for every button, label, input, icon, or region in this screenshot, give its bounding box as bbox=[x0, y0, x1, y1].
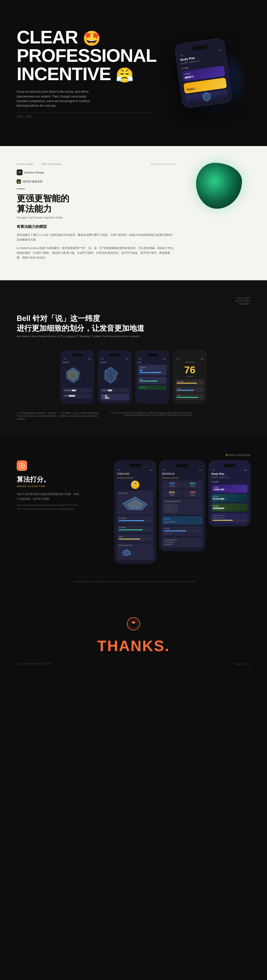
phone-card-small-2: 流利度 ██████░ bbox=[63, 394, 92, 398]
progress-bar-4 bbox=[177, 390, 203, 391]
algo-heading-zh: 算法打分。 bbox=[17, 475, 79, 484]
report-card-3: 发音准确率 bbox=[117, 525, 153, 533]
algo-top-meta: Algorithm Speaking App bbox=[17, 454, 250, 456]
interface-body-1: 流利说建立了属于 LLiX 统一的英语能力评估体系，覆盖各免费付费学习场景，为用… bbox=[17, 232, 175, 242]
footer-right: Design By_LiRea bbox=[234, 663, 250, 665]
score-section-label: 发音综合评分 bbox=[175, 361, 204, 363]
phone-item-1: 当前得分 85 bbox=[138, 365, 167, 375]
phone-notch-4 bbox=[184, 353, 195, 356]
algo-icon bbox=[17, 460, 27, 471]
prog-3 bbox=[119, 539, 152, 539]
prog-fill-2 bbox=[119, 530, 143, 530]
interface-heading-zh: 更强更智能的算法能力 bbox=[17, 193, 175, 214]
studyplan-status: 9:41 ●●● bbox=[211, 469, 248, 471]
hero-right: 9:41 ●●● Study Plan 进行课程 · 继续学习7天 今日课程 口… bbox=[156, 41, 250, 106]
svg-marker-25 bbox=[123, 549, 130, 556]
bell-heading-en: Bell Makes A More Detailed Division Of T… bbox=[17, 335, 250, 338]
meta-bells-page: Bell's Page Display bbox=[42, 163, 61, 165]
analysis-header: 测试结果分析 bbox=[162, 473, 203, 476]
algo-body-zh: 无处不在的算法助力能提清晰直观的能力纬度，有助于后续推课、提升学习效果 bbox=[17, 492, 79, 501]
bell-heading: Bell 针对「说」这一纬度进行更加细致的划分，让发音更加地道 bbox=[17, 313, 250, 333]
report-radar bbox=[119, 495, 152, 512]
thanks-text: THANKS. bbox=[97, 637, 170, 654]
interface-body-2: 以 Skills/Functions/技能 为基础建立一套用来衡量用户"听"、说… bbox=[17, 246, 175, 260]
report-phone-notch bbox=[129, 464, 141, 467]
thanks-footer: 2020 LLiX ©RESERVES ALL RIGHTS Design By… bbox=[17, 663, 250, 665]
stat-4: 72% 韵律感 bbox=[183, 489, 203, 497]
algo-note: * 以下界面不显示详情，更多界面下载即可下载 App Only Some Of … bbox=[17, 576, 250, 583]
study-prog-fill bbox=[213, 520, 233, 521]
phone-card-small-1: 发音准确率 ████░ bbox=[63, 388, 92, 393]
meta-algo-app: Algorithm Speaking App bbox=[151, 163, 175, 165]
phone-item-3: ▲ 继续学习 bbox=[138, 385, 167, 390]
hero-title-line1: CLEAR bbox=[17, 27, 78, 48]
hero-year: 2019 – 2020 bbox=[17, 112, 156, 118]
study-card-1: 口语课程 口语能力课程 → bbox=[211, 485, 248, 493]
algo-heading-en: GRADE ALGORITHM bbox=[17, 485, 79, 487]
hero-left: CLEAR 🤩 PROFESSIONAL INCENTIVE 😤 Focus o… bbox=[17, 28, 156, 118]
phone-bottom-2: 综合能力 ████░ 发音 ██░ 流利 ████░ bbox=[100, 388, 129, 400]
prog-fill-1 bbox=[119, 520, 145, 521]
brand-label: 流利说*地道发音 bbox=[22, 180, 43, 183]
report-header: 发音能力报告 bbox=[117, 473, 153, 476]
bell-phone-2: 9:41 ●●● 发音能力 综合能力 ████░ 发音 ██░ 流利 ███ bbox=[98, 350, 132, 403]
phone-notch bbox=[191, 44, 208, 51]
algo-left: 算法打分。 GRADE ALGORITHM 无处不在的算法助力能提清晰直观的能力… bbox=[17, 460, 79, 511]
hero-phone: 9:41 ●●● Study Plan 进行课程 · 继续学习7天 今日课程 口… bbox=[174, 37, 233, 108]
study-plan-title: Study Plan bbox=[211, 473, 248, 476]
svg-marker-15 bbox=[105, 367, 118, 383]
analysis-recommend: 推荐课程 口语发音专项训练 → bbox=[162, 516, 203, 525]
hero-emoji-1: 🤩 bbox=[83, 30, 100, 46]
phone-notch-1 bbox=[72, 353, 83, 356]
hero-section: CLEAR 🤩 PROFESSIONAL INCENTIVE 😤 Focus o… bbox=[0, 0, 267, 146]
phone-bottom-1: 发音准确率 ████░ 流利度 ██████░ bbox=[63, 388, 92, 398]
radar-chart-2 bbox=[100, 365, 121, 386]
phone-card-small-3: 综合能力 ████░ bbox=[100, 388, 129, 393]
bell-note-right: ① How To Transcribe The Annotation Can W… bbox=[108, 412, 192, 420]
phone-notch-2 bbox=[110, 353, 120, 356]
bell-meta: 流利说*地道发音 Bell 发音引擎更新 地道发音标准 bbox=[17, 297, 250, 305]
report-status: 9:41 ●●● bbox=[117, 469, 153, 471]
status-bar-4: 9:41 ●●● bbox=[175, 358, 204, 360]
interface-heading-en: Stronger And Smarter Algorithm Ability bbox=[17, 216, 175, 219]
prog-2 bbox=[119, 530, 152, 530]
app-badge: Algorithm Speaking App bbox=[226, 454, 250, 456]
analysis-status: 9:41 ●●● bbox=[162, 469, 203, 471]
study-plan-sub: 进行课程 · 继续学习7天 bbox=[211, 476, 248, 479]
hero-title-line2: PROFESSIONAL bbox=[17, 45, 156, 66]
report-card-1: 发音能力总览 bbox=[117, 491, 153, 514]
bell-phone-4: 9:41 ●●● 发音综合评分 76 综合得分 发音准确率 流利度 完整度 bbox=[173, 350, 207, 403]
report-card-2: 练习完成度 bbox=[117, 515, 153, 523]
analysis-prog-fill bbox=[164, 530, 186, 531]
study-note: 当日目标完成 60% 继续加油！坚持学习 bbox=[211, 513, 248, 523]
algo-note-zh: * 以下界面不显示详情，更多界面下载即可下载 App Only Some Of … bbox=[17, 581, 250, 583]
progress-fill-2 bbox=[140, 381, 157, 382]
progress-fill-1 bbox=[140, 372, 161, 373]
progress-fill-4 bbox=[177, 390, 194, 391]
algo-body-en: Clear And Intuitive Ability Landscape It… bbox=[17, 503, 79, 512]
status-bar-2: 9:41 ●●● bbox=[100, 358, 129, 360]
interface-divider bbox=[17, 189, 25, 189]
progress-bar-3 bbox=[177, 383, 203, 383]
analysis-prog bbox=[164, 530, 201, 531]
report-card-4: 流利度 bbox=[117, 534, 153, 542]
interface-right bbox=[188, 163, 250, 209]
algo-phone-report: 9:41 ●●● 发音能力报告 CONGRATULATIONS 🏅 发音能力总览 bbox=[114, 460, 156, 563]
score-detail-1: 发音准确率 bbox=[175, 379, 204, 386]
analysis-congrats: CONGRATULATIONS bbox=[162, 477, 203, 479]
interface-body-title: 有算法能力的模型 bbox=[17, 224, 175, 229]
hero-title: CLEAR 🤩 PROFESSIONAL INCENTIVE 😤 bbox=[17, 28, 156, 83]
study-today-label: 今日课程 bbox=[211, 480, 248, 483]
interface-left: Interface Design Bell's Page Display Alg… bbox=[17, 163, 175, 264]
green-orb-visual bbox=[196, 163, 242, 209]
phone-radar-mini bbox=[200, 89, 214, 104]
app-badge-text: Algorithm Speaking App bbox=[228, 454, 250, 456]
interface-label-icon: ID bbox=[17, 169, 22, 175]
score-detail-3: 完整度 bbox=[175, 394, 204, 400]
brand-icon: 📻 bbox=[17, 180, 21, 184]
interface-section: Interface Design Bell's Page Display Alg… bbox=[0, 146, 267, 280]
medal-icon: 🏅 bbox=[131, 480, 139, 489]
algo-phone-analysis: 9:41 ●●● 测试结果分析 CONGRATULATIONS 73% 发音准确… bbox=[159, 460, 205, 551]
interface-label-text: Interface Design bbox=[24, 171, 44, 174]
bell-section: 流利说*地道发音 Bell 发音引擎更新 地道发音标准 Bell 针对「说」这一… bbox=[0, 280, 267, 437]
